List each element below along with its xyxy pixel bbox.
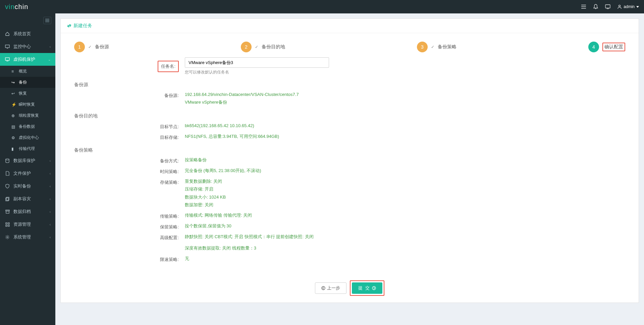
wizard-panel: 新建任务 1 ✓ 备份源 2 ✓ 备份目的地 3 ✓ 备份策略 4 确认配置 (60, 18, 639, 303)
advanced-config: 静默快照: 关闭 CBT模式: 开启 快照模式：串行 提前创建快照: 关闭 深度… (185, 233, 625, 252)
list-icon[interactable] (581, 4, 586, 9)
sub-virt-center[interactable]: ⚙虚拟化中心 (0, 132, 55, 143)
svg-rect-20 (8, 223, 9, 224)
section-source: 备份源 (74, 78, 625, 91)
user-name: admin (624, 4, 635, 9)
svg-rect-12 (5, 58, 9, 60)
sub-restore[interactable]: ↩恢复 (0, 88, 55, 99)
sub-transfer-agent[interactable]: ▮传输代理 (0, 143, 55, 154)
svg-point-24 (322, 286, 325, 290)
home-icon (5, 32, 10, 36)
file-icon (5, 171, 10, 176)
resource-icon (5, 222, 10, 227)
share-icon (67, 23, 71, 28)
copy-icon (5, 197, 10, 201)
agent-icon: ▮ (11, 147, 16, 151)
reply-icon: ↩ (11, 91, 16, 96)
svg-point-14 (6, 159, 9, 160)
svg-rect-22 (8, 225, 9, 226)
arrow-right-icon (372, 286, 376, 290)
dest-storage: NFS1(NFS, 总容量:3.94TB, 可用空间:664.94GB) (185, 132, 625, 140)
chevron-left-icon: ‹ (50, 159, 51, 163)
highlight-submit: 提 交 (350, 280, 384, 296)
transfer-policy: 传输模式: 网络传输 传输代理: 关闭 (185, 211, 625, 219)
time-policy: 完全备份 (每周5, 21:38:00开始, 不滚动) (185, 167, 625, 174)
step-4: 4 确认配置 (588, 42, 625, 52)
wizard-footer: 上一步 提 交 (61, 272, 639, 303)
gear-icon (5, 235, 10, 239)
sidebar-toggle-button[interactable] (43, 17, 51, 24)
nav-db-protect[interactable]: 数据库保护 ‹ (0, 154, 55, 167)
svg-rect-21 (6, 225, 7, 226)
svg-point-6 (619, 5, 621, 7)
dest-node: bk6542(192.168.65.42 10.10.65.42) (185, 122, 625, 129)
check-icon: ✓ (255, 45, 258, 49)
shield-icon (5, 184, 10, 188)
retain-policy: 按个数保留,保留值为 30 (185, 222, 625, 230)
nav-file-protect[interactable]: 文件保护 ‹ (0, 167, 55, 180)
chevron-down-icon: ⌄ (48, 58, 51, 61)
backup-mode: 按策略备份 (185, 156, 625, 164)
bars-icon: ≡ (11, 69, 16, 74)
nav-vm-protect[interactable]: 虚拟机保护 ⌄ (0, 53, 55, 66)
sub-instant-restore[interactable]: ⚡瞬时恢复 (0, 99, 55, 110)
step-2: 2 ✓ 备份目的地 (241, 42, 285, 52)
source-type: VMware vSphere备份 (185, 98, 625, 106)
nav-archive[interactable]: 数据归档 ‹ (0, 205, 55, 218)
sidebar: 系统首页 监控中心 ‹ 虚拟机保护 ⌄ ≡概览 ↪备份 ↩恢复 ⚡瞬时恢复 ⊕细… (0, 13, 55, 308)
flash-icon: ⚡ (11, 102, 16, 107)
sub-overview[interactable]: ≡概览 (0, 66, 55, 77)
prev-button[interactable]: 上一步 (315, 282, 346, 294)
submit-button[interactable]: 提 交 (352, 282, 382, 294)
chevron-left-icon: ‹ (50, 184, 51, 188)
step-3: 3 ✓ 备份策略 (417, 42, 457, 52)
section-dest: 备份目的地 (74, 109, 625, 122)
chevron-left-icon: ‹ (50, 235, 51, 239)
archive-icon (5, 210, 10, 214)
source-path: 192.168.64.29/vinchin-Datacenter/VSAN-Cl… (185, 91, 625, 98)
svg-rect-15 (6, 198, 8, 201)
limit-policy: 无 (185, 255, 625, 262)
sub-granular-restore[interactable]: ⊕细粒度恢复 (0, 110, 55, 121)
chevron-left-icon: ‹ (50, 172, 51, 175)
wizard-steps: 1 ✓ 备份源 2 ✓ 备份目的地 3 ✓ 备份策略 4 确认配置 (61, 33, 639, 57)
svg-rect-4 (605, 5, 610, 8)
nav-system[interactable]: 系统管理 ‹ (0, 231, 55, 243)
arrow-left-icon (321, 286, 325, 290)
task-name-hint: 您可以修改默认的任务名 (185, 69, 625, 75)
sidebar-collapse (0, 13, 55, 28)
svg-point-25 (372, 286, 376, 290)
chevron-left-icon: ‹ (50, 45, 51, 49)
panel-title: 新建任务 (61, 19, 639, 33)
screen-icon[interactable] (605, 4, 610, 9)
db-icon (5, 158, 10, 163)
svg-rect-10 (5, 45, 9, 48)
gear-icon: ⚙ (11, 136, 16, 140)
chevron-left-icon: ‹ (50, 197, 51, 201)
chevron-left-icon: ‹ (50, 223, 51, 226)
zoom-icon: ⊕ (11, 113, 16, 118)
section-policy: 备份策略 (74, 143, 625, 156)
task-name-input[interactable] (185, 57, 329, 68)
user-menu[interactable]: admin (617, 4, 639, 9)
logo: vinchin (5, 3, 28, 11)
sub-backup-data[interactable]: ▤备份数据 (0, 121, 55, 132)
svg-point-23 (7, 236, 8, 238)
step-1: 1 ✓ 备份源 (74, 42, 109, 52)
check-icon: ✓ (88, 45, 92, 49)
highlight-step4: 确认配置 (602, 43, 625, 51)
share-icon: ↪ (11, 80, 16, 85)
chevron-left-icon: ‹ (50, 210, 51, 214)
main-content: 新建任务 1 ✓ 备份源 2 ✓ 备份目的地 3 ✓ 备份策略 4 确认配置 (55, 13, 644, 308)
nav-monitor[interactable]: 监控中心 ‹ (0, 40, 55, 53)
top-header: vinchin admin (0, 0, 644, 13)
nav-realtime-backup[interactable]: 实时备份 ‹ (0, 180, 55, 193)
highlight-task-label: 任务名: (158, 61, 179, 72)
sub-backup[interactable]: ↪备份 (0, 77, 55, 88)
vm-icon (5, 57, 10, 61)
nav-replica-dr[interactable]: 副本容灾 ‹ (0, 193, 55, 205)
nav-resource[interactable]: 资源管理 ‹ (0, 218, 55, 231)
nav-home[interactable]: 系统首页 (0, 28, 55, 40)
svg-rect-18 (6, 211, 9, 213)
bell-icon[interactable] (593, 4, 598, 9)
